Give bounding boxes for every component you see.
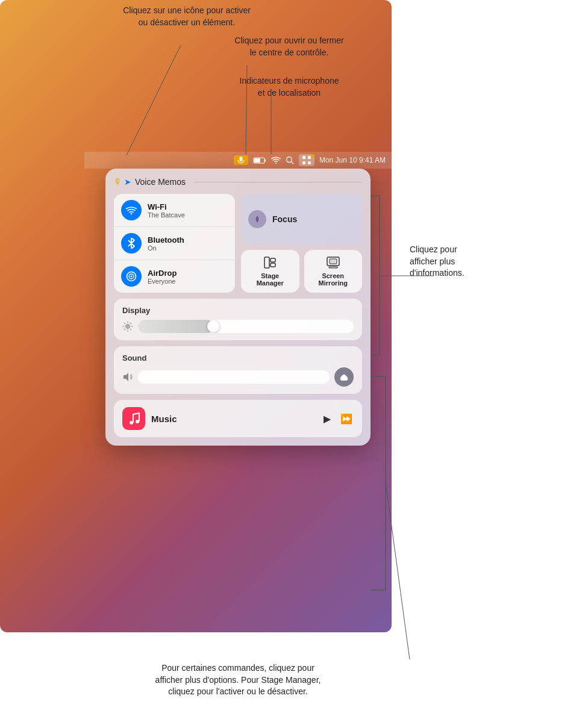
- tiles-top-row: Wi-Fi The Batcave Bluetooth On: [114, 194, 362, 293]
- svg-rect-39: [341, 379, 347, 381]
- airdrop-label: AirDrop: [148, 269, 177, 278]
- menu-bar: Mon Jun 10 9:41 AM: [84, 152, 392, 169]
- brightness-fill: [138, 320, 213, 333]
- screen-mirroring-icon: [327, 256, 340, 269]
- bluetooth-tile[interactable]: Bluetooth On: [114, 227, 235, 260]
- bluetooth-tile-text: Bluetooth On: [148, 235, 184, 252]
- svg-point-18: [131, 276, 133, 278]
- music-app-icon: [122, 407, 145, 430]
- brightness-thumb: [207, 320, 219, 332]
- svg-rect-14: [302, 161, 305, 164]
- vm-location-icon: ➤: [124, 177, 131, 187]
- svg-rect-5: [239, 157, 242, 161]
- airdrop-sublabel: Everyone: [148, 278, 177, 285]
- airdrop-tile-icon: [121, 266, 142, 287]
- stage-manager-tile[interactable]: StageManager: [241, 250, 299, 293]
- right-tile-group: Focus StageManager: [241, 194, 362, 293]
- svg-point-25: [125, 324, 130, 329]
- svg-line-30: [124, 323, 125, 323]
- wifi-label: Wi-Fi: [148, 202, 185, 211]
- svg-rect-24: [330, 259, 337, 264]
- svg-line-42: [133, 413, 139, 414]
- vm-icons: 🎙 ➤: [114, 177, 131, 187]
- annotation-more-info: Cliquez pourafficher plusd'informations.: [410, 244, 530, 279]
- brightness-icon: [122, 321, 133, 332]
- brightness-slider-row: [122, 320, 354, 333]
- focus-tile[interactable]: Focus: [241, 194, 362, 244]
- svg-rect-23: [329, 267, 337, 268]
- skip-button[interactable]: ⏩: [339, 412, 354, 426]
- bluetooth-sublabel: On: [148, 244, 184, 252]
- airplay-icon: [339, 372, 349, 382]
- svg-rect-9: [254, 158, 260, 163]
- svg-line-11: [291, 162, 293, 164]
- mic-icon: [237, 156, 245, 164]
- music-note-icon: [127, 411, 141, 426]
- focus-label: Focus: [272, 214, 297, 224]
- svg-line-33: [124, 329, 125, 329]
- annotation-mic: Indicateurs de microphoneet de localisat…: [229, 75, 349, 99]
- svg-line-31: [130, 329, 131, 329]
- volume-icon: [122, 372, 133, 382]
- display-section: Display: [114, 299, 362, 340]
- sound-section: Sound: [114, 346, 362, 394]
- bottom-right-tiles: StageManager ScreenMirroring: [241, 250, 362, 293]
- wifi-tile-text: Wi-Fi The Batcave: [148, 202, 185, 219]
- datetime-display: Mon Jun 10 9:41 AM: [319, 156, 386, 164]
- music-label: Music: [151, 414, 316, 424]
- battery-indicator: [253, 157, 266, 164]
- wifi-sublabel: The Batcave: [148, 211, 185, 219]
- svg-rect-20: [271, 258, 275, 262]
- control-center-icon: [302, 155, 311, 165]
- music-controls: ▶ ⏩: [322, 412, 354, 426]
- sound-label: Sound: [122, 353, 354, 363]
- bluetooth-label: Bluetooth: [148, 235, 184, 244]
- search-indicator[interactable]: [286, 156, 294, 164]
- battery-icon: [253, 157, 266, 164]
- stage-manager-label: StageManager: [257, 272, 284, 287]
- vm-divider: [194, 182, 362, 182]
- airdrop-tile[interactable]: AirDrop Everyone: [114, 260, 235, 293]
- svg-rect-8: [264, 159, 266, 161]
- wifi-tile[interactable]: Wi-Fi The Batcave: [114, 194, 235, 227]
- screen-mirroring-tile[interactable]: ScreenMirroring: [304, 250, 363, 293]
- svg-rect-15: [308, 161, 311, 164]
- voice-memos-label: Voice Memos: [135, 177, 186, 187]
- annotation-activate: Cliquez sur une icône pour activer ou dé…: [120, 5, 253, 28]
- location-indicator: [311, 154, 314, 158]
- screen-mirroring-label: ScreenMirroring: [319, 272, 348, 287]
- wifi-indicator: [271, 157, 281, 164]
- svg-rect-21: [271, 263, 275, 267]
- display-label: Display: [122, 306, 354, 315]
- brightness-slider[interactable]: [138, 320, 354, 333]
- svg-rect-12: [302, 156, 305, 159]
- wifi-icon: [271, 157, 281, 164]
- play-button[interactable]: ▶: [322, 412, 332, 426]
- wifi-tile-icon: [121, 200, 142, 220]
- music-section: Music ▶ ⏩: [114, 400, 362, 437]
- vm-mic-icon: 🎙: [114, 177, 122, 187]
- network-tile-group: Wi-Fi The Batcave Bluetooth On: [114, 194, 235, 293]
- volume-slider[interactable]: [138, 370, 330, 384]
- control-center-button[interactable]: [299, 154, 314, 166]
- annotation-cc: Cliquez pour ouvrir ou fermerle centre d…: [223, 35, 355, 58]
- svg-rect-19: [264, 257, 269, 268]
- svg-line-32: [130, 323, 131, 323]
- control-center-panel: 🎙 ➤ Voice Memos Wi-Fi The: [105, 169, 371, 446]
- mic-indicator[interactable]: [234, 155, 248, 165]
- volume-slider-row: [122, 367, 354, 387]
- airplay-button[interactable]: [334, 367, 354, 387]
- stage-manager-icon: [263, 256, 277, 269]
- bluetooth-tile-icon: [121, 233, 142, 254]
- search-icon: [286, 156, 294, 164]
- focus-tile-icon: [248, 210, 266, 228]
- annotation-bottom: Pour certaines commandes, cliquez pouraf…: [93, 662, 383, 698]
- voice-memos-header: 🎙 ➤ Voice Memos: [114, 177, 362, 187]
- airdrop-tile-text: AirDrop Everyone: [148, 269, 177, 285]
- svg-marker-34: [124, 373, 128, 381]
